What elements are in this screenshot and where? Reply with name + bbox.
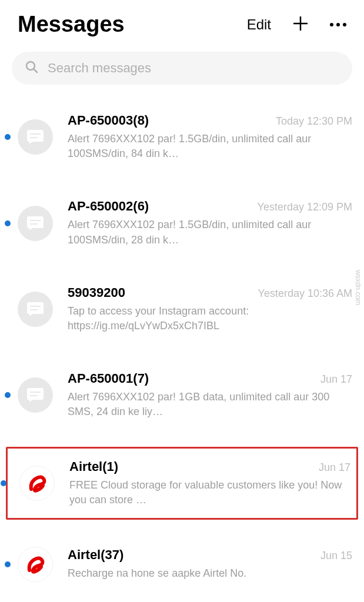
conversation-header: Airtel(37) Jun 15 [68, 547, 352, 563]
sender-name: AP-650002(6) [68, 199, 149, 214]
conversation-content: AP-650003(8) Today 12:30 PM Alert 7696XX… [68, 113, 352, 161]
message-icon [27, 388, 44, 402]
conversation-list: AP-650003(8) Today 12:30 PM Alert 7696XX… [0, 102, 364, 593]
compose-icon[interactable] [292, 15, 309, 35]
unread-indicator-icon [5, 220, 11, 226]
conversation-content: AP-650001(7) Jun 17 Alert 7696XXX102 par… [68, 371, 352, 419]
unread-indicator-icon [5, 134, 11, 140]
timestamp: Jun 17 [319, 461, 350, 474]
sender-name: AP-650001(7) [68, 371, 149, 386]
sender-name: 59039200 [68, 285, 125, 300]
conversation-content: 59039200 Yesterday 10:36 AM Tap to acces… [68, 285, 352, 333]
watermark: wsxdn.com [354, 270, 362, 305]
timestamp: Yesterday 12:09 PM [258, 201, 352, 213]
avatar [18, 377, 53, 413]
conversation-header: Airtel(1) Jun 17 [69, 459, 350, 474]
conversation-header: AP-650003(8) Today 12:30 PM [68, 113, 352, 128]
search-bar[interactable] [12, 52, 352, 85]
sender-name: Airtel(37) [68, 547, 123, 563]
timestamp: Jun 17 [320, 373, 352, 386]
avatar-airtel [19, 466, 55, 501]
conversation-header: AP-650001(7) Jun 17 [68, 371, 352, 386]
conversation-item[interactable]: AP-650002(6) Yesterday 12:09 PM Alert 76… [12, 188, 352, 257]
more-options-icon[interactable] [330, 23, 346, 26]
conversation-item[interactable]: AP-650001(7) Jun 17 Alert 7696XXX102 par… [12, 360, 352, 430]
conversation-item[interactable]: Airtel(37) Jun 15 Recharge na hone se aa… [12, 536, 352, 593]
avatar [18, 206, 53, 241]
preview-text: Alert 7696XXX102 par! 1GB data, unlimite… [68, 390, 352, 419]
preview-text: Recharge na hone se aapke Airtel No. [68, 566, 352, 581]
svg-point-2 [26, 62, 35, 70]
conversation-item[interactable]: AP-650003(8) Today 12:30 PM Alert 7696XX… [12, 102, 352, 172]
avatar-airtel [18, 547, 53, 582]
preview-text: Tap to access your Instagram account: ht… [68, 304, 352, 333]
conversation-item[interactable]: 59039200 Yesterday 10:36 AM Tap to acces… [12, 275, 352, 344]
sender-name: AP-650003(8) [68, 113, 149, 128]
conversation-content: AP-650002(6) Yesterday 12:09 PM Alert 76… [68, 199, 352, 247]
preview-text: Alert 7696XXX102 par! 1.5GB/din, unlimit… [68, 218, 352, 247]
preview-text: Alert 7696XXX102 par! 1.5GB/din, unlimit… [68, 132, 352, 161]
svg-rect-4 [27, 130, 44, 142]
header-actions: Edit [247, 15, 346, 35]
sender-name: Airtel(1) [69, 459, 118, 474]
svg-rect-10 [27, 302, 44, 314]
conversation-header: 59039200 Yesterday 10:36 AM [68, 285, 352, 300]
preview-text: FREE Cloud storage for valuable customer… [69, 478, 350, 507]
message-icon [27, 130, 44, 144]
airtel-logo-icon [24, 553, 47, 576]
conversation-item-highlighted[interactable]: Airtel(1) Jun 17 FREE Cloud storage for … [6, 447, 358, 520]
unread-indicator-icon [5, 392, 11, 398]
search-icon [25, 60, 39, 76]
conversation-content: Airtel(37) Jun 15 Recharge na hone se aa… [68, 547, 352, 581]
message-icon [27, 302, 44, 316]
unread-indicator-icon [5, 561, 11, 567]
timestamp: Jun 15 [320, 550, 352, 562]
conversation-content: Airtel(1) Jun 17 FREE Cloud storage for … [69, 459, 350, 507]
unread-indicator-icon [1, 480, 6, 486]
timestamp: Today 12:30 PM [276, 115, 352, 128]
message-icon [27, 216, 44, 230]
avatar [18, 119, 53, 155]
airtel-logo-icon [25, 471, 49, 495]
svg-line-3 [34, 69, 37, 72]
svg-rect-7 [27, 216, 44, 228]
avatar [18, 292, 53, 327]
conversation-header: AP-650002(6) Yesterday 12:09 PM [68, 199, 352, 214]
timestamp: Yesterday 10:36 AM [258, 287, 352, 300]
search-input[interactable] [48, 61, 339, 76]
edit-button[interactable]: Edit [247, 16, 271, 33]
header: Messages Edit [0, 0, 364, 49]
svg-rect-13 [27, 388, 44, 400]
page-title: Messages [18, 12, 125, 37]
